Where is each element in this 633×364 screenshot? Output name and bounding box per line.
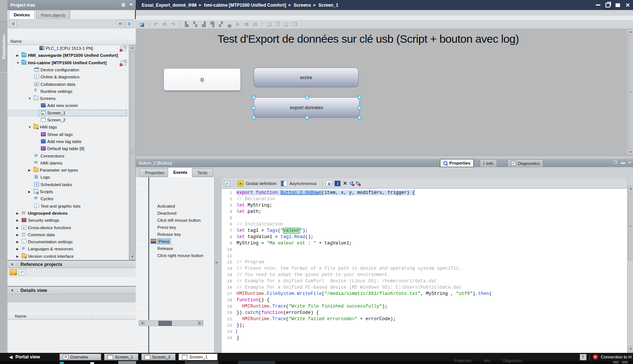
tree-item[interactable]: ▶Ungrouped devices — [7, 210, 129, 217]
expander-open-icon[interactable]: ▼ — [28, 97, 31, 100]
tree-item[interactable]: ▶Security settings — [7, 217, 129, 224]
collapse-panel-icon[interactable]: ◀ — [129, 2, 132, 6]
align-middle-icon[interactable]: ▞ — [218, 21, 224, 28]
previous-error-icon[interactable]: ↺ — [349, 181, 353, 186]
selection-handle[interactable] — [358, 96, 361, 99]
code-line[interactable]: 14// You need to adapt the given path to… — [222, 272, 627, 278]
expander-open-icon[interactable]: ▼ — [28, 126, 31, 129]
tab-plant-objects[interactable]: Plant objects — [36, 10, 70, 20]
tree-scrollbar-thumb[interactable] — [130, 52, 136, 253]
bring-to-front-icon[interactable]: ❏ — [266, 21, 272, 28]
close-icon[interactable]: ✕ — [625, 2, 630, 8]
event-list-hscrollbar[interactable]: ◀ ▶ — [139, 320, 203, 326]
code-line[interactable]: 3let MyString; — [222, 202, 627, 208]
new-tag-table-icon[interactable]: ▦ — [10, 20, 17, 27]
open-type-view-icon[interactable]: ▤ — [117, 20, 124, 27]
expander-closed-icon[interactable]: ▶ — [16, 247, 19, 251]
collapse-chevron-icon[interactable]: ▼ — [7, 263, 17, 266]
code-line[interactable]: 6// Initialisation — [222, 221, 627, 227]
tree-item[interactable]: ▶Common data — [7, 231, 129, 239]
script-code-editor[interactable]: 1export function Button_2_OnDown(item, x… — [222, 188, 627, 353]
code-line[interactable]: 21 HMIRuntime.Trace("Write failed errorc… — [222, 316, 627, 322]
canvas-scrollbar-thumb[interactable] — [628, 36, 633, 149]
tree-item[interactable]: Screen_1 — [7, 110, 129, 117]
event-item[interactable]: Press key — [149, 224, 214, 231]
expander-closed-icon[interactable]: ▶ — [28, 190, 30, 194]
panel-menu-icon[interactable]: ▾ — [629, 160, 631, 165]
event-item[interactable]: Release — [149, 245, 214, 252]
breadcrumb-segment[interactable]: Screens — [293, 3, 311, 8]
rotate-left-icon[interactable]: ↶ — [152, 21, 159, 28]
code-line[interactable]: 17HMIRuntime.FileSystem.WriteFile("/medi… — [222, 290, 627, 297]
expander-closed-icon[interactable]: ▶ — [16, 226, 19, 230]
code-line[interactable]: 8let tagValue1 = tag1.Read(); — [222, 234, 627, 240]
validate-script-icon[interactable]: ✓ — [224, 181, 230, 186]
minimize-icon[interactable] — [596, 4, 600, 6]
event-item[interactable]: Click right mouse button — [149, 252, 214, 259]
event-item[interactable]: Press — [149, 238, 214, 245]
next-error-icon[interactable]: ↻ — [356, 181, 360, 186]
code-line[interactable]: 23 — [222, 328, 627, 335]
tree-item[interactable]: Default tag table [8] — [7, 145, 129, 153]
code-line[interactable]: 4let path; — [222, 208, 627, 215]
selection-handle[interactable] — [305, 96, 309, 99]
code-line[interactable]: 13// Please note, the format of a file p… — [222, 265, 627, 272]
same-height-icon[interactable]: ⊟ — [252, 21, 258, 28]
expander-closed-icon[interactable]: ▶ — [16, 240, 19, 244]
tree-item[interactable]: HMI alarms — [7, 160, 129, 167]
tree-item[interactable]: Online & diagnostics — [7, 74, 129, 81]
selection-handle[interactable] — [305, 116, 309, 119]
asynchronous-button[interactable]: Asynchronous — [289, 181, 316, 186]
scroll-right-icon[interactable]: ▶ — [197, 321, 203, 325]
pin-panel-icon[interactable]: ▥ — [122, 2, 125, 7]
editor-button-screen_1[interactable]: Screen_1 — [104, 354, 138, 360]
canvas-scrollbar[interactable]: ▲ ▼ — [627, 29, 633, 155]
event-item[interactable]: Activated — [149, 202, 214, 209]
compile-status-icon[interactable]: ↥ — [580, 354, 587, 360]
events-code-splitter[interactable] — [214, 177, 222, 353]
dynamize-icon[interactable]: ◪ — [139, 21, 145, 28]
expander-closed-icon[interactable]: ▶ — [16, 54, 19, 57]
code-line[interactable]: 19 HMIRuntime.Trace("Write file finished… — [222, 303, 627, 309]
expander-closed-icon[interactable]: ▶ — [16, 219, 19, 222]
maximize-icon[interactable] — [616, 3, 620, 7]
scroll-up-icon[interactable]: ▲ — [628, 29, 633, 35]
editor-button-screen_1[interactable]: Screen_1 — [179, 354, 218, 360]
tree-item[interactable]: ▶Parameter set types — [7, 167, 129, 174]
code-line[interactable]: 22}); — [222, 322, 627, 328]
hscrollbar-thumb[interactable] — [158, 321, 172, 326]
same-width-icon[interactable]: ⊞ — [243, 21, 250, 28]
scroll-down-icon[interactable]: ▼ — [628, 149, 633, 155]
tree-item[interactable]: ▶Languages & resources — [7, 246, 129, 253]
send-to-back-icon[interactable]: ❐ — [274, 21, 281, 28]
code-line[interactable]: 16// Example for a Unified PC-based devi… — [222, 284, 627, 290]
tree-item[interactable]: Text and graphic lists — [7, 203, 129, 210]
tree-item[interactable]: Runtime settings — [7, 88, 129, 95]
scroll-down-icon[interactable]: ▼ — [129, 254, 135, 260]
export-donnees-button-widget[interactable]: export données — [254, 97, 360, 118]
tree-item[interactable]: Add new screen — [7, 102, 129, 110]
tab-texts[interactable]: Texts — [192, 168, 213, 177]
tree-item[interactable]: PLC_1 [CPU 1513-1 PN] — [7, 45, 129, 52]
tree-item[interactable]: ▼hmi-cabine [MTP1500 Unified Comfort] — [7, 59, 129, 67]
scroll-up-icon[interactable]: ▲ — [129, 45, 135, 51]
selection-handle[interactable] — [358, 106, 361, 110]
tree-item[interactable]: Show all tags — [7, 131, 129, 139]
code-line[interactable]: 1export function Button_2_OnDown(item, x… — [222, 189, 627, 196]
portal-view-button[interactable]: ◀ Portal view — [9, 354, 40, 360]
tab-devices[interactable]: Devices — [9, 10, 35, 19]
breadcrumb-segment[interactable]: hmi-cabine [MTP1500 Unified Comfort] — [204, 3, 286, 8]
selection-handle[interactable] — [252, 96, 256, 99]
code-line[interactable]: 2// Déclaration — [222, 196, 627, 202]
editor-button-screen_2[interactable]: Screen_2 — [141, 354, 176, 360]
selection-handle[interactable] — [252, 106, 256, 110]
align-bottom-icon[interactable]: ▄ — [226, 21, 233, 28]
scroll-left-icon[interactable]: ◀ — [139, 321, 145, 325]
reference-projects-header[interactable]: ▼ Reference projects — [7, 260, 136, 268]
tree-item[interactable]: Connections — [7, 153, 129, 160]
align-right-icon[interactable]: ▟ — [200, 21, 207, 28]
code-scrollbar-thumb[interactable] — [628, 192, 633, 260]
event-item[interactable]: Click left mouse button — [149, 217, 214, 224]
tree-item[interactable]: ▶Version control interface — [7, 253, 129, 260]
global-definition-button[interactable]: Global definition — [246, 181, 276, 186]
